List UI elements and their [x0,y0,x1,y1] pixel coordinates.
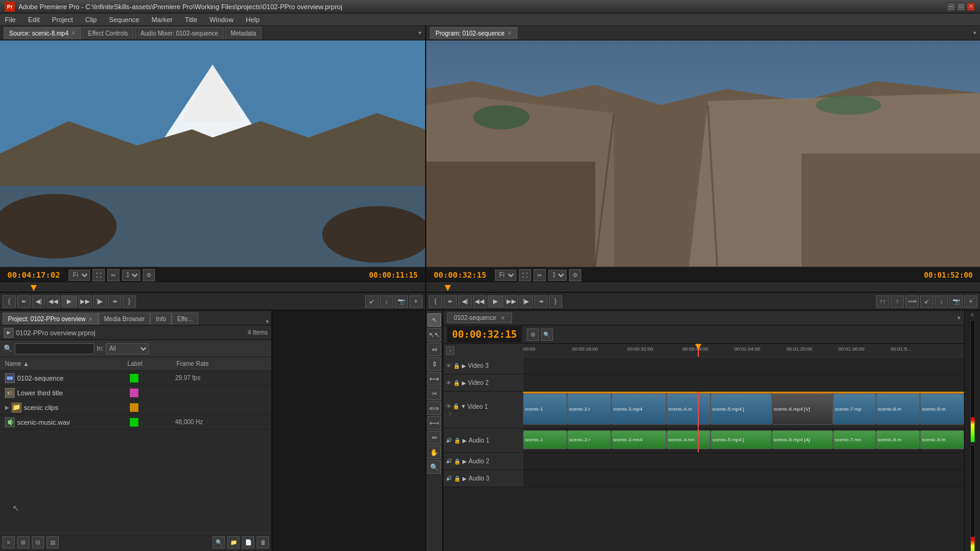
menu-marker[interactable]: Marker [149,16,175,23]
clip-a1-2[interactable]: scenic-3.mn4 [611,430,666,449]
program-zoom-select[interactable]: Fit [495,270,516,281]
tool-hand[interactable]: ✋ [428,446,441,459]
menu-project[interactable]: Project [50,16,75,23]
tl-settings-btn[interactable]: ⚙ [527,329,539,341]
program-go-in-btn[interactable]: ↞ [443,295,457,308]
source-mark-out-btn[interactable]: } [123,295,136,308]
track-v1-eye[interactable]: 👁 [446,403,451,409]
clip-v1-7[interactable]: scenic-8.m [876,393,920,425]
program-insert-btn[interactable]: ↙ [920,295,933,308]
folder-expand-icon[interactable]: ▶ [5,405,9,411]
minimize-button[interactable]: ─ [947,2,956,11]
menu-clip[interactable]: Clip [83,16,99,23]
tool-zoom[interactable]: 🔍 [428,460,441,474]
program-mark-in-btn[interactable]: { [429,295,442,308]
maximize-button[interactable]: □ [957,2,965,11]
source-go-out-btn[interactable]: ↠ [108,295,121,308]
track-v3-lock[interactable]: 🔒 [453,363,460,369]
tool-slide[interactable]: ⟻ [428,416,441,430]
project-search-btn[interactable]: 🔍 [213,536,225,549]
program-extract-btn[interactable]: ↑ [891,295,904,308]
track-v3-arrow[interactable]: ▶ [462,363,466,369]
program-settings-btn[interactable]: ⚙ [569,269,581,281]
timeline-menu[interactable]: ▾ [957,314,960,321]
menu-window[interactable]: Window [207,16,236,23]
project-freeform-btn[interactable]: ⊟ [32,536,44,549]
program-next-btn[interactable]: ▶▶ [505,295,518,308]
source-step-back-btn[interactable]: ◀| [32,295,45,308]
source-add-btn[interactable]: + [409,295,423,308]
tab-info[interactable]: Info [150,313,172,325]
track-v3-content[interactable] [523,357,964,374]
tool-track-select[interactable]: ↖↖ [428,328,441,341]
list-item[interactable]: scenic-music.wav 48,000 Hz [0,415,271,430]
timeline-tab[interactable]: 0102-sequence ✕ [447,313,512,323]
tool-rate[interactable]: ⟷ [428,372,441,386]
program-play-btn[interactable]: ▶ [488,295,503,308]
tab-project[interactable]: Project: 0102-PPro overview ✕ [2,313,99,325]
col-header-label[interactable]: Label [125,360,174,367]
tool-razor[interactable]: ✂ [428,387,441,400]
tool-rolling[interactable]: ⇕ [428,357,441,371]
track-a3-lock[interactable]: 🔒 [454,476,461,482]
list-item[interactable]: T Lower third title [0,386,271,400]
program-lift-btn[interactable]: ↑↑ [876,295,889,308]
clip-a1-7[interactable]: scenic-8.m [876,430,920,449]
program-camera-btn[interactable]: 📷 [949,295,963,308]
menu-file[interactable]: File [2,16,18,23]
program-prev-btn[interactable]: ◀◀ [473,295,486,308]
project-icon-view-btn[interactable]: ⊞ [17,536,29,549]
track-a1-content[interactable]: scenic-1 scenic-2.r scenic-3.mn4 scenic-… [523,428,964,452]
close-button[interactable]: ✕ [967,2,975,11]
source-step-fwd-btn[interactable]: |▶ [93,295,107,308]
tool-selection[interactable]: ↖ [428,313,441,327]
col-header-name[interactable]: Name ▲ [2,360,125,367]
source-mark-in-btn[interactable]: { [2,295,16,308]
project-panel-menu[interactable]: ▾ [266,318,269,325]
clip-v1-6[interactable]: scenic-7.mp [833,393,876,425]
program-tab-close[interactable]: ✕ [507,30,512,36]
menu-help[interactable]: Help [243,16,262,23]
source-settings-btn[interactable]: ⚙ [143,269,155,281]
track-v3-eye[interactable]: 👁 [446,363,451,369]
clip-v1-3[interactable]: scenic-4.m [666,393,710,425]
source-insert-btn[interactable]: ↙ [365,295,379,308]
project-new-item-btn[interactable]: 📄 [242,536,254,549]
col-header-framerate[interactable]: Frame Rate [174,360,235,367]
source-play-btn[interactable]: ▶ [61,295,77,308]
clip-a1-6[interactable]: scenic-7.mn [833,430,876,449]
list-item[interactable]: 0102-sequence 29.97 fps [0,371,271,386]
track-a3-arrow[interactable]: ▶ [462,476,467,482]
track-v2-lock[interactable]: 🔒 [453,380,460,386]
menu-sequence[interactable]: Sequence [107,16,142,23]
program-overwrite-btn[interactable]: ↓ [935,295,948,308]
track-v2-arrow[interactable]: ▶ [462,380,466,386]
tab-program[interactable]: Program: 0102-sequence ✕ [430,27,518,39]
tool-ripple[interactable]: ⇔ [428,343,441,356]
clip-v1-5[interactable]: scenic-6.mp4 [V] [772,393,833,425]
program-time-indicator[interactable] [445,285,451,291]
clip-v1-1[interactable]: scenic-2.r [567,393,611,425]
tab-media-browser[interactable]: Media Browser [99,313,151,325]
tab-source[interactable]: Source: scenic-8.mp4 ✕ [4,27,81,39]
source-tab-close[interactable]: ✕ [71,30,76,36]
source-go-in-btn[interactable]: ↞ [17,295,31,308]
source-camera-btn[interactable]: 📷 [394,295,408,308]
program-mark-out-btn[interactable]: } [549,295,562,308]
tab-metadata[interactable]: Metadata [225,27,262,39]
source-compare-btn[interactable]: ⇔ [107,269,119,281]
source-prev-btn[interactable]: ◀◀ [47,295,60,308]
menu-title[interactable]: Title [183,16,200,23]
source-fullscreen-btn[interactable]: ⛶ [92,269,105,281]
timeline-tab-close[interactable]: ✕ [500,315,505,321]
project-tab-close[interactable]: ✕ [88,316,93,322]
clip-v1-4[interactable]: scenic-5.mp4 [ [710,393,772,425]
source-overwrite-btn[interactable]: ↓ [380,295,393,308]
program-time-ruler[interactable] [426,283,980,292]
clip-a1-3[interactable]: scenic-4.mn [666,430,710,449]
source-zoom-select[interactable]: Fit [69,270,90,281]
tool-pen[interactable]: ✏ [428,431,441,444]
project-new-bin-btn[interactable]: 📁 [227,536,239,549]
track-v2-eye[interactable]: 👁 [446,380,451,386]
tab-effect-controls[interactable]: Effect Controls [83,27,134,39]
